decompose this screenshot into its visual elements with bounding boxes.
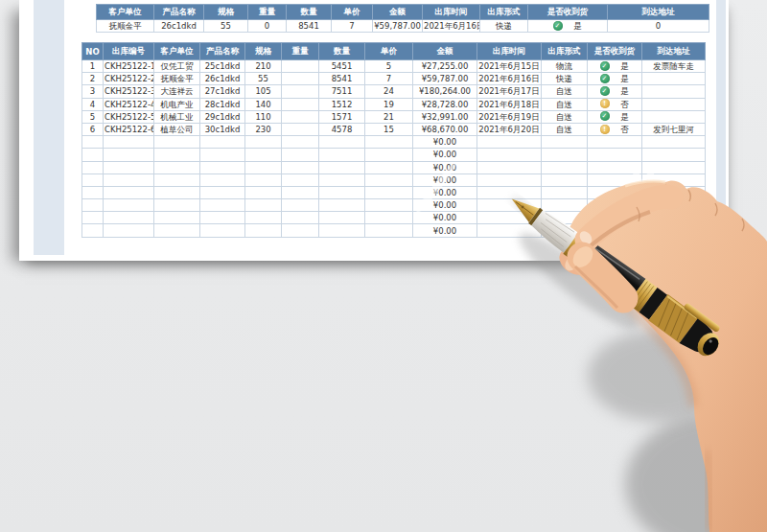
cell[interactable]: ¥0.00 [413, 173, 477, 186]
cell[interactable]: ¥0.00 [413, 224, 477, 237]
cell[interactable] [588, 161, 642, 173]
cell[interactable]: 4 [82, 98, 104, 110]
cell[interactable] [104, 173, 154, 186]
cell[interactable]: ¥59,787.00 [373, 20, 423, 33]
cell[interactable] [365, 173, 413, 186]
cell[interactable] [154, 149, 200, 161]
cell[interactable]: 210 [245, 60, 282, 73]
cell[interactable]: CKH25122-5 [104, 110, 154, 123]
cell[interactable]: CKH25122-4 [104, 98, 154, 110]
cell[interactable]: 1571 [319, 110, 365, 123]
cell[interactable]: 105 [245, 85, 282, 98]
cell[interactable]: 2021年6月16日 [477, 73, 542, 85]
cell[interactable]: ¥180,264.00 [413, 85, 477, 98]
cell[interactable]: 55 [245, 73, 282, 85]
cell[interactable]: 15 [365, 123, 413, 135]
cell[interactable] [542, 212, 588, 224]
cell[interactable]: 6 [82, 123, 104, 135]
cell[interactable] [200, 161, 245, 173]
cell[interactable] [104, 161, 154, 173]
cell[interactable] [282, 73, 319, 85]
cell[interactable]: 快递 [542, 73, 588, 85]
cell[interactable]: 抚顺金平 [97, 20, 154, 33]
cell[interactable]: ✓是 [528, 20, 608, 33]
cell[interactable] [542, 161, 588, 173]
cell[interactable] [200, 173, 245, 186]
cell[interactable] [82, 224, 104, 237]
cell[interactable]: ¥0.00 [413, 136, 477, 149]
cell[interactable] [319, 224, 365, 237]
cell[interactable] [154, 212, 200, 224]
cell[interactable]: CKH25122-3 [104, 85, 154, 98]
cell[interactable] [245, 136, 282, 149]
cell[interactable] [154, 199, 200, 212]
cell[interactable] [642, 73, 706, 85]
cell[interactable] [319, 161, 365, 173]
cell[interactable] [104, 224, 154, 237]
cell[interactable] [154, 173, 200, 186]
cell[interactable]: !否 [588, 98, 642, 110]
cell[interactable] [282, 161, 319, 173]
cell[interactable] [104, 136, 154, 149]
cell[interactable] [365, 212, 413, 224]
cell[interactable]: 7 [365, 73, 413, 85]
cell[interactable]: ✓是 [588, 110, 642, 123]
cell[interactable] [365, 136, 413, 149]
cell[interactable]: ¥0.00 [413, 186, 477, 198]
cell[interactable] [200, 199, 245, 212]
cell[interactable]: 26c1dkd [200, 73, 245, 85]
cell[interactable]: 19 [365, 98, 413, 110]
cell[interactable] [542, 136, 588, 149]
cell[interactable] [319, 136, 365, 149]
cell[interactable] [477, 161, 542, 173]
cell[interactable]: 1512 [319, 98, 365, 110]
cell[interactable]: 自送 [542, 85, 588, 98]
cell[interactable]: ¥59,787.00 [413, 73, 477, 85]
cell[interactable]: ✓是 [588, 85, 642, 98]
cell[interactable]: ¥0.00 [413, 199, 477, 212]
cell[interactable]: 0 [248, 20, 287, 33]
cell[interactable] [104, 149, 154, 161]
cell[interactable]: 230 [245, 123, 282, 135]
cell[interactable] [642, 98, 706, 110]
cell[interactable] [282, 212, 319, 224]
cell[interactable] [82, 212, 104, 224]
cell[interactable] [282, 173, 319, 186]
cell[interactable] [282, 136, 319, 149]
cell[interactable] [477, 224, 542, 237]
cell[interactable] [319, 149, 365, 161]
cell[interactable] [282, 110, 319, 123]
cell[interactable] [477, 149, 542, 161]
cell[interactable]: 26c1dkd [154, 20, 204, 33]
cell[interactable]: 大连祥云 [154, 85, 200, 98]
cell[interactable] [365, 186, 413, 198]
cell[interactable]: 2021年6月20日 [477, 123, 542, 135]
cell[interactable] [642, 173, 706, 186]
cell[interactable]: ¥68,670.00 [413, 123, 477, 135]
cell[interactable] [82, 186, 104, 198]
cell[interactable]: !否 [588, 123, 642, 135]
cell[interactable]: 25c1dkd [200, 60, 245, 73]
cell[interactable] [200, 149, 245, 161]
cell[interactable] [282, 224, 319, 237]
cell[interactable]: 5 [365, 60, 413, 73]
cell[interactable]: 2021年6月19日 [477, 110, 542, 123]
cell[interactable]: 110 [245, 110, 282, 123]
cell[interactable]: 21 [365, 110, 413, 123]
cell[interactable] [82, 173, 104, 186]
cell[interactable] [104, 186, 154, 198]
cell[interactable] [588, 186, 642, 198]
cell[interactable] [642, 110, 706, 123]
cell[interactable]: 8541 [287, 20, 332, 33]
cell[interactable] [282, 149, 319, 161]
cell[interactable]: ¥0.00 [413, 149, 477, 161]
cell[interactable]: ✓是 [588, 60, 642, 73]
cell[interactable] [82, 161, 104, 173]
cell[interactable]: CKH25122-1 [104, 60, 154, 73]
cell[interactable] [542, 149, 588, 161]
cell[interactable] [642, 161, 706, 173]
cell[interactable] [588, 136, 642, 149]
cell[interactable]: CKH25122-6 [104, 123, 154, 135]
cell[interactable]: 24 [365, 85, 413, 98]
cell[interactable] [154, 224, 200, 237]
